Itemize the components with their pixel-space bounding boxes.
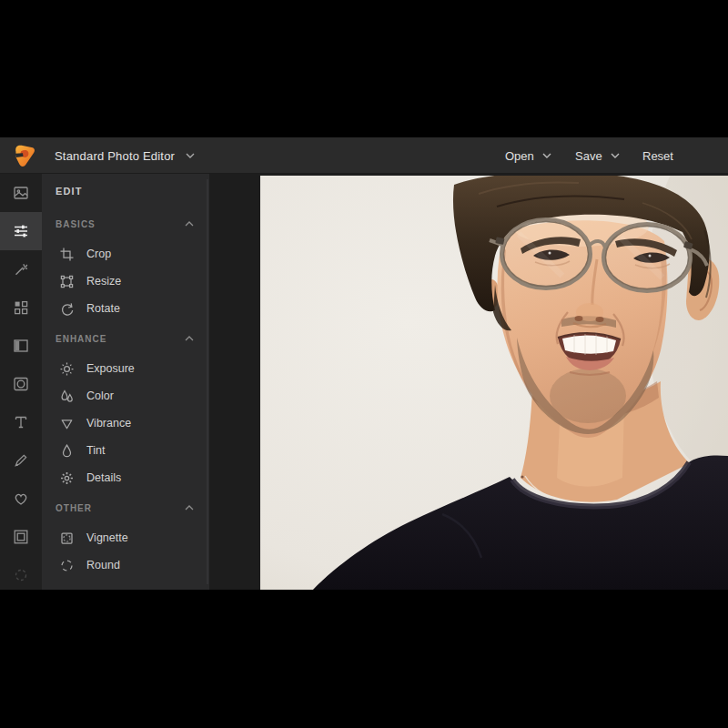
panel-item-label: Rotate xyxy=(86,302,120,315)
section-header-other[interactable]: OTHER xyxy=(42,491,209,524)
chevron-up-icon xyxy=(185,336,194,341)
panel-item-label: Crop xyxy=(86,248,111,260)
open-menu-label: Open xyxy=(505,149,534,163)
panel-item-round[interactable]: Round xyxy=(42,551,209,579)
rail-item-draw[interactable] xyxy=(0,441,42,480)
section-label: ENHANCE xyxy=(56,334,106,344)
resize-icon xyxy=(59,274,75,289)
heart-icon xyxy=(12,490,30,508)
rail-item-layout[interactable] xyxy=(0,327,42,365)
sliders-icon xyxy=(12,222,30,240)
vignette-icon xyxy=(59,531,75,546)
app-title: Standard Photo Editor xyxy=(55,149,175,163)
panel-item-color[interactable]: Color xyxy=(42,382,209,410)
panel-item-label: Color xyxy=(86,389,114,402)
layout-icon xyxy=(12,337,30,355)
chevron-up-icon xyxy=(185,221,194,227)
app-logo-icon[interactable] xyxy=(14,144,35,167)
canvas-area[interactable] xyxy=(209,174,728,590)
lens-icon xyxy=(12,375,30,393)
rotate-icon xyxy=(59,301,75,317)
panel-item-label: Vibrance xyxy=(86,417,131,430)
wand-icon xyxy=(12,260,30,278)
editor-title-menu[interactable]: Standard Photo Editor xyxy=(55,137,195,174)
panel-item-tint[interactable]: Tint xyxy=(42,437,209,464)
rail-item-adjust[interactable] xyxy=(0,212,42,250)
panel-item-rotate[interactable]: Rotate xyxy=(42,295,209,322)
editor-window: Standard Photo Editor Open Save Reset xyxy=(0,137,728,590)
rail-item-lens[interactable] xyxy=(0,365,42,403)
open-menu[interactable]: Open xyxy=(505,137,551,174)
rail-item-text[interactable] xyxy=(0,403,42,441)
topbar: Standard Photo Editor Open Save Reset xyxy=(0,137,728,174)
panel-item-vignette[interactable]: Vignette xyxy=(42,524,209,551)
reset-button[interactable]: Reset xyxy=(642,137,673,174)
grid-icon xyxy=(12,298,30,317)
panel-item-label: Exposure xyxy=(86,362,135,375)
panel-title: EDIT xyxy=(42,174,209,207)
panel-item-resize[interactable]: Resize xyxy=(42,268,209,295)
edit-panel: EDIT BASICS Crop Resize Rotate ENHANCE xyxy=(42,174,209,590)
panel-item-vibrance[interactable]: Vibrance xyxy=(42,410,209,437)
chevron-down-icon xyxy=(186,153,195,158)
section-header-basics[interactable]: BASICS xyxy=(42,207,209,240)
panel-item-label: Tint xyxy=(86,444,105,457)
image-icon xyxy=(12,184,30,202)
chevron-up-icon xyxy=(185,505,194,511)
droplet-icon xyxy=(59,443,75,459)
sparkle-icon xyxy=(59,470,75,486)
reset-button-label: Reset xyxy=(642,149,673,163)
panel-item-label: Vignette xyxy=(86,531,128,544)
panel-item-crop[interactable]: Crop xyxy=(42,240,209,268)
round-icon xyxy=(59,558,75,573)
chevron-down-icon xyxy=(611,153,620,158)
circle-icon xyxy=(12,566,30,584)
section-label: BASICS xyxy=(56,219,96,229)
sun-icon xyxy=(59,361,75,377)
rail-item-image[interactable] xyxy=(0,174,42,212)
droplets-icon xyxy=(59,389,75,404)
section-label: OTHER xyxy=(56,503,92,513)
triangle-icon xyxy=(59,416,75,431)
crop-icon xyxy=(59,247,75,262)
rail-item-shapes[interactable] xyxy=(0,288,42,327)
text-icon xyxy=(12,413,30,431)
save-menu[interactable]: Save xyxy=(575,137,620,174)
chevron-down-icon xyxy=(542,153,551,158)
panel-item-label: Resize xyxy=(86,275,121,288)
tool-rail xyxy=(0,174,42,590)
save-menu-label: Save xyxy=(575,149,602,163)
panel-item-label: Details xyxy=(86,471,121,484)
panel-item-details[interactable]: Details xyxy=(42,464,209,491)
rail-item-frame[interactable] xyxy=(0,518,42,556)
panel-item-label: Round xyxy=(86,559,120,571)
frame-icon xyxy=(12,528,30,546)
rail-item-retouch[interactable] xyxy=(0,250,42,288)
rail-item-more[interactable] xyxy=(0,556,42,590)
section-header-enhance[interactable]: ENHANCE xyxy=(42,322,209,355)
portrait-photo[interactable] xyxy=(260,176,728,590)
pen-icon xyxy=(12,451,30,470)
rail-item-favorites[interactable] xyxy=(0,480,42,518)
panel-item-exposure[interactable]: Exposure xyxy=(42,355,209,382)
